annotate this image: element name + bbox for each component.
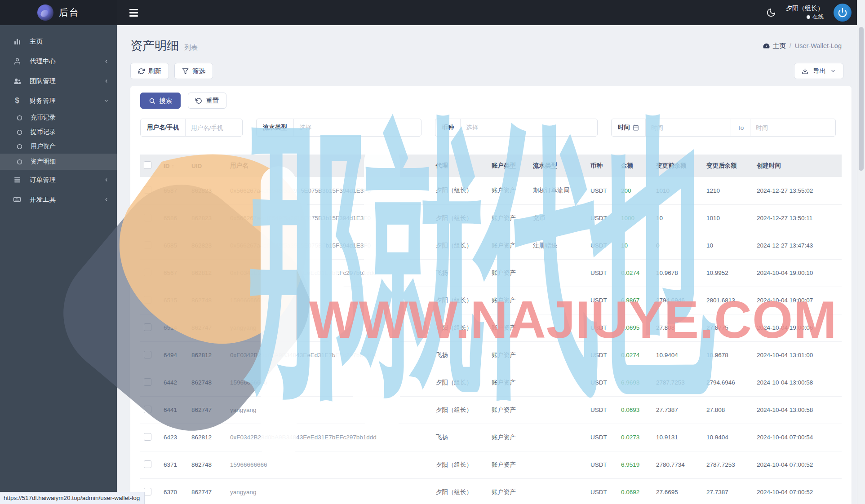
sidebar-item-label: 资产明细 xyxy=(31,158,56,166)
cell-id: 6587 xyxy=(160,177,188,204)
cell-after-balance: 2801.6813 xyxy=(703,287,753,314)
filter-button[interactable]: 筛选 xyxy=(174,63,213,79)
cell-flow-type xyxy=(529,478,587,504)
row-checkbox[interactable] xyxy=(144,296,151,304)
sidebar-toggle-button[interactable] xyxy=(127,6,141,19)
refresh-button[interactable]: 刷新 xyxy=(130,63,169,79)
row-checkbox[interactable] xyxy=(144,406,151,413)
users-icon xyxy=(13,77,22,85)
column-header[interactable]: ID↑ xyxy=(160,155,188,177)
cell-uid: 862823 xyxy=(188,232,226,259)
breadcrumb-home[interactable]: 主页 xyxy=(763,42,786,50)
coin-select[interactable]: 选择 xyxy=(461,119,597,136)
cell-created-time: 2024-10-04 07:00:54 xyxy=(753,424,842,451)
row-checkbox[interactable] xyxy=(144,214,151,221)
row-checkbox[interactable] xyxy=(144,323,151,331)
cell-uid: 862748 xyxy=(188,451,226,478)
row-checkbox[interactable] xyxy=(144,186,151,194)
cell-agent: 飞扬 xyxy=(432,341,488,369)
cell-username: 15966666666 xyxy=(226,369,432,396)
cell-id: 6442 xyxy=(160,369,188,396)
column-header[interactable]: 用户名 xyxy=(226,155,432,177)
sidebar-item-label: 团队管理 xyxy=(30,77,104,85)
user-info[interactable]: 夕阳（组长） 在线 xyxy=(786,4,824,21)
cell-created-time: 2024-12-27 13:50:11 xyxy=(753,204,842,232)
cell-created-time: 2024-10-04 13:00:58 xyxy=(753,369,842,396)
cell-amount: 6.9693 xyxy=(617,369,652,396)
export-button[interactable]: 导出 xyxy=(794,63,843,79)
sidebar-item-label: 用户资产 xyxy=(31,142,56,150)
cell-created-time: 2024-12-27 13:47:43 xyxy=(753,232,842,259)
cell-after-balance: 10 xyxy=(703,232,753,259)
cell-created-time: 2024-10-04 19:00:06 xyxy=(753,314,842,341)
cell-account-type: 账户资产 xyxy=(488,341,529,369)
sidebar-item-order-management[interactable]: 订单管理 xyxy=(0,170,117,190)
filter-time-label: 时间 xyxy=(612,119,646,136)
column-header[interactable]: 账户类型 xyxy=(488,155,529,177)
search-icon xyxy=(149,97,155,104)
sidebar-item-team-management[interactable]: 团队管理 xyxy=(0,71,117,91)
row-checkbox[interactable] xyxy=(144,351,151,358)
cell-username: yangyang xyxy=(226,396,432,424)
sidebar-item-label: 财务管理 xyxy=(30,97,104,105)
table-row: 65858628230x566267a4df8549f5a3915E075B3b… xyxy=(140,232,842,259)
cell-after-balance: 2794.6946 xyxy=(703,369,753,396)
sidebar-item-label: 开发工具 xyxy=(30,195,104,204)
search-button[interactable]: 搜索 xyxy=(140,93,181,109)
browser-status-url: https://517dl.haiwaiym20.top/admin/user-… xyxy=(0,492,145,504)
sidebar-item-user-assets[interactable]: 用户资产 xyxy=(0,139,117,154)
cell-flow-type xyxy=(529,424,587,451)
cell-agent: 夕阳（组长） xyxy=(432,177,488,204)
cell-before-balance: 27.808 xyxy=(652,314,703,341)
row-checkbox[interactable] xyxy=(144,241,151,249)
table-row: 6441862747yangyang夕阳（组长）账户资产USDT0.069327… xyxy=(140,396,842,424)
cell-flow-type xyxy=(529,287,587,314)
column-header[interactable]: 金额 xyxy=(617,155,652,177)
column-header[interactable]: 代理 xyxy=(432,155,488,177)
row-checkbox[interactable] xyxy=(144,433,151,441)
scrollbar-thumb[interactable] xyxy=(859,27,864,171)
flowtype-select[interactable]: 选择 xyxy=(294,119,421,136)
cell-account-type: 账户资产 xyxy=(488,424,529,451)
column-header[interactable]: 变更前余额 xyxy=(652,155,703,177)
time-to-input[interactable] xyxy=(750,119,835,136)
cell-agent: 夕阳（组长） xyxy=(432,369,488,396)
wallet-log-table: ID↑UID用户名代理账户类型流水类型币种金额变更前余额变更后余额创建时间 65… xyxy=(140,155,842,504)
sidebar-item-agent-center[interactable]: 代理中心 xyxy=(0,51,117,71)
sidebar-menu: 主页代理中心团队管理$财务管理充币记录提币记录用户资产资产明细订单管理开发工具 xyxy=(0,31,117,209)
select-all-checkbox[interactable] xyxy=(144,161,151,169)
avatar[interactable] xyxy=(834,4,852,22)
column-header[interactable]: 币种 xyxy=(587,155,617,177)
table-row: 6514862747yangyang夕阳（组长）账户资产USDT0.069527… xyxy=(140,314,842,341)
cell-after-balance: 10.9952 xyxy=(703,259,753,287)
sidebar-item-dev-tools[interactable]: 开发工具 xyxy=(0,190,117,209)
cell-uid: 862812 xyxy=(188,424,226,451)
reset-button[interactable]: 重置 xyxy=(188,93,226,109)
vertical-scrollbar[interactable] xyxy=(857,0,865,504)
row-checkbox[interactable] xyxy=(144,378,151,386)
sidebar-item-home[interactable]: 主页 xyxy=(0,31,117,51)
row-checkbox[interactable] xyxy=(144,460,151,468)
time-from-input[interactable] xyxy=(646,119,731,136)
cell-coin: USDT xyxy=(587,424,617,451)
cell-id: 6586 xyxy=(160,204,188,232)
download-icon xyxy=(802,68,808,75)
username-input[interactable] xyxy=(186,119,242,136)
column-header[interactable]: UID xyxy=(188,155,226,177)
table-row: 64238628120xF0342B28d0bA9B34843EeEd31E7b… xyxy=(140,424,842,451)
row-checkbox[interactable] xyxy=(144,269,151,276)
sidebar-item-asset-details[interactable]: 资产明细 xyxy=(0,154,117,170)
cell-flow-type xyxy=(529,451,587,478)
dark-mode-toggle[interactable] xyxy=(766,8,776,18)
page-title: 资产明细 xyxy=(130,38,179,54)
sidebar-item-deposit-records[interactable]: 充币记录 xyxy=(0,111,117,125)
cell-uid: 862812 xyxy=(188,341,226,369)
row-checkbox[interactable] xyxy=(144,488,151,495)
sidebar-item-finance-management[interactable]: $财务管理 xyxy=(0,91,117,111)
sidebar-item-withdraw-records[interactable]: 提币记录 xyxy=(0,125,117,139)
column-header[interactable]: 变更后余额 xyxy=(703,155,753,177)
column-header[interactable]: 创建时间 xyxy=(753,155,842,177)
circle-icon xyxy=(15,129,23,135)
breadcrumb-separator: / xyxy=(790,42,791,49)
column-header[interactable]: 流水类型 xyxy=(529,155,587,177)
